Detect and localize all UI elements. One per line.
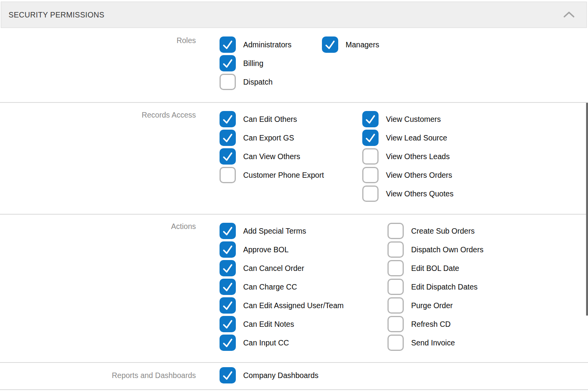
reports-column-1: Company Dashboards (220, 366, 318, 385)
checkbox-row-send-invoice: Send Invoice (387, 333, 483, 352)
checkbox-row-can-input-cc: Can Input CC (220, 333, 344, 352)
checkbox-label-edit-dispatch-dates: Edit Dispatch Dates (411, 283, 477, 291)
checkbox-label-send-invoice: Send Invoice (411, 338, 455, 347)
checkbox-can-export-gs[interactable] (220, 130, 236, 146)
panel-title: SECURITY PERMISSIONS (9, 10, 104, 19)
checkbox-dispatch-own-orders[interactable] (387, 241, 404, 258)
checkbox-row-can-view-others: Can View Others (220, 147, 324, 166)
checkbox-row-dispatch-own-orders: Dispatch Own Orders (387, 240, 483, 259)
section-label-roles: Roles (0, 36, 196, 45)
checkbox-label-can-export-gs: Can Export GS (243, 134, 294, 142)
checkmark-icon (220, 241, 236, 258)
section-label-records-access: Records Access (0, 110, 196, 120)
checkbox-row-can-cancel-order: Can Cancel Order (220, 259, 344, 278)
checkbox-label-company-dashboards: Company Dashboards (243, 371, 318, 380)
chevron-up-icon (563, 11, 575, 19)
checkbox-add-special-terms[interactable] (220, 223, 236, 239)
checkbox-label-can-edit-assigned-user-team: Can Edit Assigned User/Team (243, 301, 344, 310)
checkbox-row-can-export-gs: Can Export GS (220, 128, 324, 147)
collapse-button[interactable] (562, 9, 576, 21)
checkbox-label-view-others-quotes: View Others Quotes (386, 189, 453, 198)
checkbox-label-can-edit-others: Can Edit Others (243, 115, 297, 124)
vertical-scrollbar-thumb[interactable] (586, 103, 588, 316)
checkbox-send-invoice[interactable] (387, 335, 404, 351)
checkbox-managers[interactable] (322, 36, 338, 53)
section-label-actions: Actions (0, 222, 196, 231)
checkmark-icon (220, 297, 236, 314)
checkbox-label-billing: Billing (243, 59, 263, 68)
checkbox-label-managers: Managers (346, 40, 379, 49)
checkmark-icon (220, 367, 236, 383)
checkmark-icon (220, 36, 236, 53)
checkbox-can-edit-assigned-user-team[interactable] (220, 297, 236, 314)
checkbox-approve-bol[interactable] (220, 241, 236, 258)
checkbox-label-add-special-terms: Add Special Terms (243, 227, 306, 236)
checkbox-label-dispatch-own-orders: Dispatch Own Orders (411, 245, 483, 254)
checkmark-icon (220, 111, 236, 127)
actions-column-2: Create Sub OrdersDispatch Own OrdersEdit… (387, 222, 483, 352)
checkmark-icon (220, 55, 236, 71)
checkbox-label-can-edit-notes: Can Edit Notes (243, 320, 294, 329)
checkbox-label-view-lead-source: View Lead Source (386, 134, 447, 142)
checkbox-row-administrators: Administrators (220, 35, 292, 54)
section-label-reports-and-dashboards: Reports and Dashboards (0, 371, 196, 380)
checkbox-label-create-sub-orders: Create Sub Orders (411, 227, 475, 236)
checkbox-can-edit-notes[interactable] (220, 316, 236, 332)
checkbox-row-view-lead-source: View Lead Source (362, 128, 453, 147)
checkbox-billing[interactable] (220, 55, 236, 71)
checkbox-label-dispatch: Dispatch (243, 78, 273, 87)
checkbox-create-sub-orders[interactable] (387, 223, 404, 239)
roles-column-2: Managers (322, 35, 379, 54)
checkbox-row-edit-dispatch-dates: Edit Dispatch Dates (387, 278, 483, 296)
checkbox-row-view-customers: View Customers (362, 110, 453, 128)
checkbox-row-view-others-quotes: View Others Quotes (362, 184, 453, 203)
checkbox-label-can-cancel-order: Can Cancel Order (243, 264, 304, 273)
checkmark-icon (220, 316, 236, 332)
checkbox-view-lead-source[interactable] (362, 130, 379, 146)
panel-header[interactable]: SECURITY PERMISSIONS (1, 2, 587, 28)
checkmark-icon (220, 223, 236, 239)
checkbox-can-edit-others[interactable] (220, 111, 236, 127)
security-permissions-panel: SECURITY PERMISSIONS Roles Administrator… (0, 0, 588, 392)
checkmark-icon (220, 279, 236, 295)
checkbox-label-refresh-cd: Refresh CD (411, 320, 451, 329)
checkmark-icon (220, 130, 236, 146)
checkmark-icon (322, 36, 338, 53)
checkbox-can-charge-cc[interactable] (220, 279, 236, 295)
checkbox-refresh-cd[interactable] (387, 316, 404, 332)
checkbox-label-purge-order: Purge Order (411, 301, 453, 310)
checkbox-can-input-cc[interactable] (220, 335, 236, 351)
roles-column-1: AdministratorsBillingDispatch (220, 35, 292, 91)
checkbox-row-can-edit-others: Can Edit Others (220, 110, 324, 128)
checkbox-row-refresh-cd: Refresh CD (387, 315, 483, 333)
checkbox-row-billing: Billing (220, 54, 292, 73)
checkbox-row-view-others-leads: View Others Leads (362, 147, 453, 166)
checkbox-customer-phone-export[interactable] (220, 167, 236, 183)
checkbox-row-managers: Managers (322, 35, 379, 54)
checkbox-label-administrators: Administrators (243, 40, 292, 49)
checkbox-row-company-dashboards: Company Dashboards (220, 366, 318, 385)
checkbox-row-purge-order: Purge Order (387, 296, 483, 315)
checkbox-can-cancel-order[interactable] (220, 260, 236, 276)
checkbox-view-customers[interactable] (362, 111, 379, 127)
panel-body: Roles AdministratorsBillingDispatch Mana… (0, 28, 588, 390)
checkbox-label-can-input-cc: Can Input CC (243, 338, 289, 347)
checkbox-view-others-orders[interactable] (362, 167, 379, 183)
checkbox-label-customer-phone-export: Customer Phone Export (243, 171, 324, 180)
checkmark-icon (362, 111, 379, 127)
checkbox-edit-dispatch-dates[interactable] (387, 279, 404, 295)
checkbox-edit-bol-date[interactable] (387, 260, 404, 276)
checkbox-can-view-others[interactable] (220, 148, 236, 165)
checkbox-view-others-quotes[interactable] (362, 186, 379, 202)
checkbox-label-view-customers: View Customers (386, 115, 441, 124)
checkbox-row-create-sub-orders: Create Sub Orders (387, 222, 483, 240)
checkbox-purge-order[interactable] (387, 297, 404, 314)
checkbox-label-approve-bol: Approve BOL (243, 245, 289, 254)
checkbox-company-dashboards[interactable] (220, 367, 236, 383)
checkbox-view-others-leads[interactable] (362, 148, 379, 165)
checkbox-dispatch[interactable] (220, 74, 236, 90)
section-reports-and-dashboards: Reports and Dashboards Company Dashboard… (0, 363, 588, 390)
checkbox-row-view-others-orders: View Others Orders (362, 166, 453, 184)
checkbox-administrators[interactable] (220, 36, 236, 53)
checkbox-row-customer-phone-export: Customer Phone Export (220, 166, 324, 184)
